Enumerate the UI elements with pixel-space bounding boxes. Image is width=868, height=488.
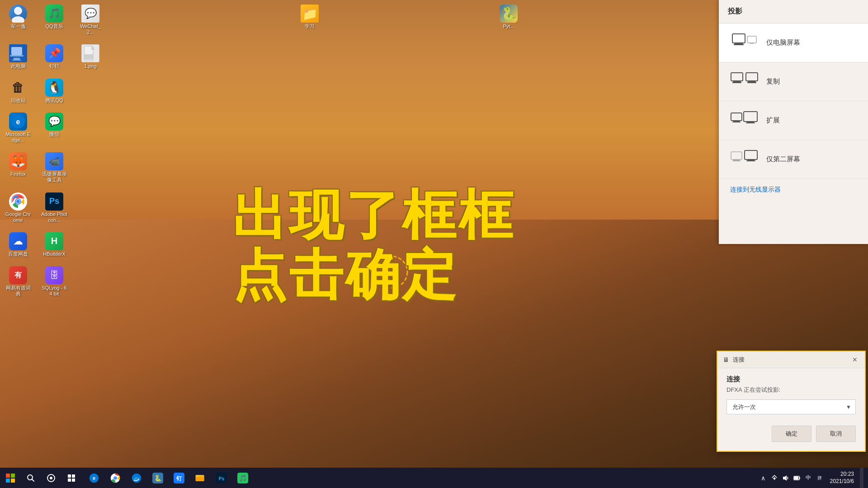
svg-rect-75 <box>794 477 798 479</box>
svg-point-18 <box>395 267 399 270</box>
svg-rect-22 <box>747 36 756 43</box>
taskbar-ps-app[interactable]: Ps <box>211 468 231 488</box>
proj-pc-only-icon <box>730 32 760 54</box>
icon-python[interactable]: 🐍 Pyt... <box>493 2 524 32</box>
icon-sqlyog[interactable]: 🗄 SQLyog - 64 bit <box>38 264 70 299</box>
tray-battery-icon[interactable] <box>793 474 802 483</box>
folder-xuxi-icon: 📁 <box>301 5 319 23</box>
icon-user[interactable]: 军一逸 <box>2 2 34 38</box>
icon-qq[interactable]: 🐧 腾讯QQ <box>38 76 70 106</box>
youdao-icon-label: 网易有道词典 <box>5 285 32 297</box>
baidu-icon-label: 百度网盘 <box>8 251 28 257</box>
svg-rect-26 <box>732 82 741 83</box>
icon-ding[interactable]: 📌 钉钉 <box>38 42 70 71</box>
icon-qqmusic[interactable]: 🎵 QQ音乐 <box>38 2 70 38</box>
dialog-allow-select[interactable]: 允许一次 始终允许 拒绝 <box>726 399 856 414</box>
wechat2-icon-label: WeChat_2... <box>77 23 104 35</box>
taskbar-chrome-app[interactable] <box>105 468 125 488</box>
firefox-icon: 🦊 <box>9 152 27 170</box>
proj-option-duplicate[interactable]: 复制 <box>719 62 868 101</box>
svg-rect-37 <box>733 160 740 160</box>
taskbar-clock[interactable]: 20:23 2021/10/6 <box>826 471 858 485</box>
svg-rect-3 <box>10 55 24 56</box>
icon-screenrec[interactable]: 📹 迅捷屏幕录像工具 <box>38 150 70 185</box>
icon-baidu[interactable]: ☁ 百度网盘 <box>2 230 34 259</box>
screenrec-icon: 📹 <box>45 152 63 170</box>
taskbar-explorer-app[interactable] <box>190 468 210 488</box>
proj-duplicate-icon <box>730 70 760 93</box>
icon-edge[interactable]: e Microsoft Edge... <box>2 110 34 145</box>
icon-folder-xuxi[interactable]: 📁 学习 <box>294 2 326 32</box>
proj-option-second-only[interactable]: 仅第二屏幕 <box>719 140 868 179</box>
python-icon: 🐍 <box>500 5 518 23</box>
icon-youdao[interactable]: 有 网易有道词典 <box>2 264 34 299</box>
taskbar-apps: e 🐍 <box>81 468 759 488</box>
qqmusic-icon-label: QQ音乐 <box>45 23 63 29</box>
taskbar-ding-app[interactable]: 钉 <box>169 468 189 488</box>
tray-ime-icon[interactable]: 中 <box>804 474 813 483</box>
dialog-cancel-button[interactable]: 取消 <box>816 426 856 442</box>
show-desktop-button[interactable] <box>860 468 863 488</box>
tray-network-icon[interactable] <box>770 474 779 483</box>
taskbar-edge-app[interactable]: e <box>84 468 104 488</box>
edge-icon-label: Microsoft Edge... <box>5 131 32 143</box>
svg-rect-67 <box>195 475 199 477</box>
icon-png[interactable]: 1.png <box>75 42 106 71</box>
clock-date: 2021/10/6 <box>830 478 854 485</box>
svg-line-47 <box>32 479 34 481</box>
taskbar-python-app[interactable]: 🐍 <box>147 468 168 488</box>
svg-rect-5 <box>12 60 21 61</box>
sqlyog-icon-label: SQLyog - 64 bit <box>41 285 68 297</box>
icon-wechat2[interactable]: 💬 WeChat_2... <box>75 2 106 38</box>
tray-volume-icon[interactable] <box>781 474 790 483</box>
clock-time: 20:23 <box>840 471 854 478</box>
overlay-text: 出现了框框 点击确定 <box>232 185 515 305</box>
dialog-close-button[interactable]: ✕ <box>850 355 859 364</box>
png-icon-label: 1.png <box>84 63 97 69</box>
dialog-buttons: 确定 取消 <box>726 421 856 444</box>
baidu-icon: ☁ <box>9 232 27 250</box>
hbuilder-icon-label: HBuilderX <box>43 251 66 257</box>
icon-firefox[interactable]: 🦊 Firefox <box>2 150 34 185</box>
smiley-decoration <box>373 254 410 292</box>
icon-wechat[interactable]: 💬 微信 <box>38 110 70 145</box>
svg-text:e: e <box>92 475 95 481</box>
svg-text:e: e <box>16 118 20 126</box>
svg-rect-34 <box>747 122 754 122</box>
svg-rect-45 <box>11 479 15 483</box>
icon-hbuilder[interactable]: H HBuilderX <box>38 230 70 259</box>
top-right-icons: 📁 学习 <box>294 2 326 34</box>
svg-rect-27 <box>746 73 758 81</box>
dialog-confirm-button[interactable]: 确定 <box>772 426 811 442</box>
taskbar-edge2-app[interactable] <box>126 468 146 488</box>
icon-computer[interactable]: 此电脑 <box>2 42 34 71</box>
svg-rect-36 <box>731 152 742 160</box>
svg-text:🐍: 🐍 <box>154 474 162 482</box>
taskbar-cortana-button[interactable] <box>41 468 61 488</box>
svg-rect-23 <box>750 43 754 44</box>
start-button[interactable] <box>0 468 20 488</box>
icon-chrome[interactable]: Google Chrome <box>2 190 34 225</box>
proj-duplicate-label: 复制 <box>766 77 780 86</box>
computer-icon <box>9 44 27 62</box>
proj-option-pc-only[interactable]: 仅电脑屏幕 <box>719 23 868 62</box>
tray-chevron-icon[interactable]: ∧ <box>759 474 768 483</box>
icon-photoshop[interactable]: Ps Adobe Photosh... <box>38 190 70 225</box>
icon-recycle[interactable]: 🗑 回收站 <box>2 76 34 106</box>
svg-point-15 <box>16 200 20 203</box>
svg-rect-35 <box>746 122 755 123</box>
svg-point-17 <box>384 267 388 270</box>
proj-wireless-link[interactable]: 连接到无线显示器 <box>719 179 868 201</box>
python-icon-label: Pyt... <box>503 23 514 29</box>
qq-icon: 🐧 <box>45 79 63 97</box>
proj-option-extend[interactable]: 扩展 <box>719 101 868 140</box>
svg-rect-39 <box>745 150 757 160</box>
svg-point-0 <box>14 7 22 15</box>
svg-rect-44 <box>6 479 10 483</box>
qqmusic-icon: 🎵 <box>45 5 63 23</box>
taskbar-music-app[interactable]: 🎵 <box>232 468 253 488</box>
taskbar-search-button[interactable] <box>20 468 41 488</box>
taskbar-view-button[interactable] <box>61 468 81 488</box>
svg-text:Ps: Ps <box>218 476 224 481</box>
tray-ime2-icon[interactable]: 拼 <box>815 474 824 483</box>
